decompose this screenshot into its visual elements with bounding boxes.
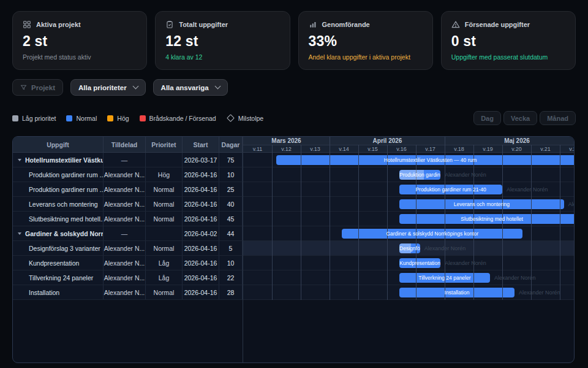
filter-row: Projekt Alla prioriteter Alla ansvariga [12,79,228,96]
table-header: UppgiftTilldeladPrioritetStartDagar [13,137,243,153]
collapse-caret-icon[interactable] [18,159,21,161]
task-bar[interactable]: Leverans och montering [399,199,564,209]
stat-card-4: Försenade uppgifter0 stUppgifter med pas… [441,11,576,70]
table-row-project[interactable]: Gardiner & solskydd Norrkö...—2026-04-02… [13,226,243,241]
legend-label: Normal [76,115,97,122]
table-row-task[interactable]: InstallationAlexander N...Normal2026-04-… [13,285,243,300]
assignee-cell: Alexander N... [104,167,146,182]
view-button-månad[interactable]: Månad [540,111,576,125]
stat-card-label: Totalt uppgifter [179,21,228,28]
priority-cell [146,226,183,240]
legend-swatch [107,115,113,121]
table-row-task[interactable]: Tillverkning 24 panelerAlexander N...Låg… [13,270,243,285]
column-header-uppgift: Uppgift [13,137,104,152]
priority-cell: Låg [146,256,183,270]
task-name-text: Produktion gardiner rum ... [29,171,104,178]
task-name-cell: Tillverkning 24 paneler [13,270,104,285]
start-date-cell: 2026-04-16 [183,241,219,255]
start-date-cell: 2026-04-16 [183,270,219,285]
task-bar[interactable]: Tillverkning 24 paneler [399,273,490,283]
task-name-text: Designförslag 3 varianter [29,245,100,252]
start-date-cell: 2026-04-16 [183,182,219,196]
task-name-cell: Installation [13,285,104,299]
legend-item: Normal [66,115,97,122]
month-header-1: Mars 2026 [243,137,330,145]
task-bar[interactable]: Produktion gardiner rum 21-40 [399,185,502,194]
week-header-v16: v.16 [387,145,416,152]
stat-card-2: Totalt uppgifter12 st4 klara av 12 [155,11,290,70]
week-header-v12: v.12 [272,145,301,152]
gantt-row-task: InstallationAlexander Norén [243,285,574,300]
stat-card-label: Försenade uppgifter [465,21,530,28]
gantt-row-task: Produktion gardiner rum 21-40Alexander N… [243,182,574,197]
priority-filter-dropdown[interactable]: Alla prioriteter [70,79,146,96]
legend-item: Hög [107,115,129,122]
week-header-v20: v.20 [502,145,531,152]
column-header-start: Start [183,137,219,152]
view-button-dag[interactable]: Dag [473,111,501,125]
gantt-row-task: Leverans och monteringAlexander Norén [243,197,574,212]
legend-label: Låg prioritet [22,115,56,122]
table-row-task[interactable]: Produktion gardiner rum ...Alexander N..… [13,167,243,182]
table-row-task[interactable]: Slutbesiktning med hotell...Alexander N.… [13,212,243,226]
stat-card-value: 12 st [165,33,279,50]
task-name-cell: Slutbesiktning med hotell... [13,212,104,226]
priority-cell: Normal [146,212,183,226]
legend-label: Brådskande / Försenad [149,115,216,122]
start-date-cell: 2026-03-17 [183,153,219,167]
priority-cell: Hög [146,167,183,182]
gantt-row-task: Produktion gardineAlexander Norén [243,167,574,182]
stat-card-header: Försenade uppgifter [451,20,565,29]
view-button-vecka[interactable]: Vecka [503,111,537,125]
task-name-cell: Designförslag 3 varianter [13,241,104,255]
gantt-row-project: Hotellrumstextilier Västkusten — 40 rum [243,153,574,167]
legend-row: Låg prioritetNormalHögBrådskande / Förse… [12,111,576,125]
project-filter-button[interactable]: Projekt [12,79,63,96]
assignee-cell: Alexander N... [104,270,146,285]
start-date-cell: 2026-04-02 [183,226,219,240]
month-header-2: April 2026 [330,137,445,145]
stat-card-3: Genomförande33%Andel klara uppgifter i a… [298,11,433,70]
gantt-panel: UppgiftTilldeladPrioritetStartDagar Hote… [12,136,575,363]
collapse-caret-icon[interactable] [18,232,21,235]
task-bar[interactable]: Produktion gardine [399,170,440,180]
task-bar[interactable]: Installation [399,288,514,297]
stat-card-header: Aktiva projekt [23,20,137,29]
table-row-project[interactable]: Hotellrumstextilier Västkust...—2026-03-… [13,153,243,167]
assignee-filter-dropdown[interactable]: Alla ansvariga [153,79,228,96]
bar-label: Gardiner & solskydd Norrköpings kontor [342,229,522,239]
chevron-down-icon [132,83,138,90]
stat-card-label: Aktiva projekt [36,21,81,28]
bar-label: Installation [399,288,514,297]
week-header-v19: v.19 [473,145,502,152]
task-bar[interactable]: Designför [399,243,420,253]
week-header-v22: v.22 [560,145,574,152]
days-cell: 75 [219,153,243,167]
task-bar[interactable]: Slutbesiktning med hotellet [399,214,574,224]
bar-label: Tillverkning 24 paneler [399,273,490,283]
table-row-task[interactable]: Leverans och monteringAlexander N...Norm… [13,197,243,212]
view-switch: DagVeckaMånad [473,111,576,125]
stat-card-subtitle: Uppgifter med passerat slutdatum [451,53,565,61]
start-date-cell: 2026-04-16 [183,212,219,226]
project-bar[interactable]: Hotellrumstextilier Västkusten — 40 rum [276,155,574,165]
week-header-v14: v.14 [330,145,358,152]
task-bar[interactable]: Kundpresentation [399,258,440,268]
timeline-week-row: v.11v.12v.13v.14v.15v.16v.17v.18v.19v.20… [243,145,574,153]
table-row-task[interactable]: Produktion gardiner rum ...Alexander N..… [13,182,243,197]
bar-label: Produktion gardiner rum 21-40 [399,185,502,194]
bar-label: Produktion gardine [399,170,440,180]
bar-label: Leverans och montering [399,199,564,209]
task-name-cell: Produktion gardiner rum ... [13,182,104,196]
gantt-row-task: Tillverkning 24 panelerAlexander Norén [243,270,574,285]
table-row-task[interactable]: Designförslag 3 varianterAlexander N...N… [13,241,243,256]
task-name-text: Tillverkning 24 paneler [29,274,93,282]
table-row-task[interactable]: KundpresentationAlexander N...Låg2026-04… [13,256,243,270]
task-name-cell: Gardiner & solskydd Norrkö... [13,226,104,240]
gantt-left-pane: UppgiftTilldeladPrioritetStartDagar Hote… [13,137,243,300]
bar-label: Slutbesiktning med hotellet [399,214,574,224]
days-cell: 28 [219,285,243,299]
days-cell: 10 [219,167,243,182]
bar-assignee-label: Alexander Norén [507,182,548,197]
project-bar[interactable]: Gardiner & solskydd Norrköpings kontor [342,229,522,239]
